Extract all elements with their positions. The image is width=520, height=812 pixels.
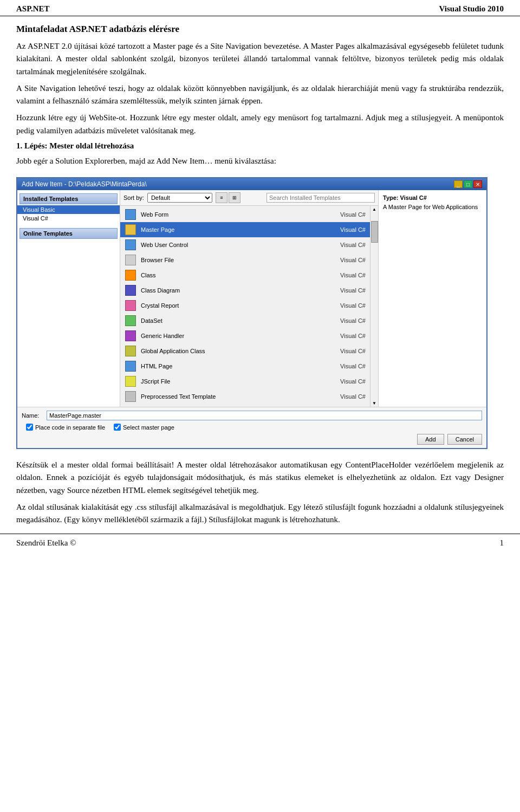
page-header: ASP.NET Visual Studio 2010 — [0, 0, 520, 16]
checkbox2-label[interactable]: Select master page — [114, 424, 174, 431]
grid-view-button[interactable]: ⊞ — [229, 192, 240, 203]
post-paragraph-1: Készítsük el a mester oldal formai beáll… — [16, 459, 504, 497]
minimize-button[interactable]: _ — [454, 180, 463, 188]
sidebar-item-visual-basic[interactable]: Visual Basic — [17, 205, 120, 214]
step-heading: 1. Lépés: Mester oldal létrehozása — [16, 141, 504, 151]
template-lang: Visual C# — [333, 226, 366, 233]
checkboxes-row: Place code in separate file Select maste… — [22, 424, 482, 431]
buttons-row: Add Cancel — [22, 434, 482, 445]
template-item[interactable]: DataSetVisual C# — [120, 313, 370, 328]
right-panel: Type: Visual C# A Master Page for Web Ap… — [378, 190, 486, 407]
template-name: DataSet — [141, 317, 329, 324]
dialog-title: Add New Item - D:\PeIdakASP\MintaPerda\ — [22, 180, 147, 188]
template-item[interactable]: Generic HandlerVisual C# — [120, 328, 370, 343]
template-name: Crystal Report — [141, 302, 329, 309]
template-item[interactable]: Preprocessed Text TemplateVisual C# — [120, 389, 370, 404]
dialog-titlebar: Add New Item - D:\PeIdakASP\MintaPerda\ … — [17, 178, 486, 190]
name-row: Name: — [22, 411, 482, 420]
template-lang: Visual C# — [333, 363, 366, 369]
template-icon-classdiag — [125, 284, 136, 296]
list-view-button[interactable]: ≡ — [216, 192, 227, 203]
maximize-button[interactable]: □ — [464, 180, 472, 188]
scroll-up-arrow[interactable]: ▲ — [371, 206, 378, 213]
template-lang: Visual C# — [333, 393, 366, 400]
template-name: Master Page — [141, 226, 329, 233]
template-name: Web Form — [141, 211, 329, 218]
scroll-thumb[interactable] — [371, 221, 378, 243]
template-icon-handler — [125, 330, 136, 342]
sort-bar: Sort by: Default Name Type ≡ ⊞ — [120, 190, 378, 206]
search-input[interactable] — [266, 193, 375, 203]
add-button[interactable]: Add — [417, 434, 444, 445]
checkbox1-input[interactable] — [26, 424, 33, 431]
templates-list: Web FormVisual C#Master PageVisual C#Web… — [120, 206, 370, 407]
template-item[interactable]: Class DiagramVisual C# — [120, 283, 370, 298]
template-lang: Visual C# — [333, 242, 366, 248]
close-button[interactable]: ✕ — [473, 180, 482, 188]
template-name: Class Diagram — [141, 287, 329, 294]
template-lang: Visual C# — [333, 257, 366, 263]
page-footer: Szendröi Etelka © 1 — [0, 534, 520, 552]
online-templates-header[interactable]: Online Templates — [20, 228, 118, 239]
template-lang: Visual C# — [333, 272, 366, 278]
template-item[interactable]: Web FormVisual C# — [120, 207, 370, 222]
footer-right: 1 — [500, 538, 504, 548]
scrollbar[interactable]: ▲ ▼ — [370, 206, 378, 407]
checkbox2-input[interactable] — [114, 424, 121, 431]
name-input[interactable] — [47, 411, 482, 420]
template-icon-dataset — [125, 315, 136, 327]
dialog-bottom: Name: Place code in separate file Select… — [17, 407, 486, 448]
installed-templates-header[interactable]: Installed Templates — [20, 193, 118, 204]
paragraph-3: Hozzunk létre egy új WebSite-ot. Hozzunk… — [16, 112, 504, 137]
template-lang: Visual C# — [333, 348, 366, 354]
template-item[interactable]: Crystal ReportVisual C# — [120, 298, 370, 313]
sort-icons: ≡ ⊞ — [216, 192, 240, 203]
template-name: Global Application Class — [141, 348, 329, 354]
header-right: Visual Studio 2010 — [439, 4, 504, 14]
footer-left: Szendröi Etelka © — [16, 538, 76, 548]
paragraph-2: A Site Navigation lehetővé teszi, hogy a… — [16, 82, 504, 108]
template-item[interactable]: ClassVisual C# — [120, 268, 370, 283]
template-item[interactable]: Master PageVisual C# — [120, 222, 370, 237]
template-name: Generic Handler — [141, 333, 329, 339]
template-lang: Visual C# — [333, 378, 366, 385]
post-paragraph-2: Az oldal stílusának kialakítását egy .cs… — [16, 501, 504, 527]
sidebar-item-visual-csharp[interactable]: Visual C# — [17, 214, 120, 223]
template-item[interactable]: JScript FileVisual C# — [120, 374, 370, 389]
template-icon-webform — [125, 209, 136, 220]
template-name: HTML Page — [141, 363, 329, 369]
template-icon-crystal — [125, 300, 136, 311]
template-item[interactable]: Browser FileVisual C# — [120, 252, 370, 268]
paragraph-1: Az ASP.NET 2.0 újításai közé tartozott a… — [16, 40, 504, 78]
template-lang: Visual C# — [333, 302, 366, 309]
template-icon-masterpage — [125, 224, 136, 236]
checkbox1-label[interactable]: Place code in separate file — [26, 424, 105, 431]
sort-label: Sort by: — [123, 194, 144, 201]
template-name: Web User Control — [141, 242, 329, 248]
scroll-down-arrow[interactable]: ▼ — [371, 400, 378, 407]
template-name: Preprocessed Text Template — [141, 393, 329, 400]
template-icon-webusercontrol — [125, 239, 136, 251]
type-label: Type: Visual C# — [383, 194, 482, 201]
cancel-button[interactable]: Cancel — [447, 434, 482, 445]
sort-select[interactable]: Default Name Type — [147, 193, 212, 203]
add-new-item-dialog: Add New Item - D:\PeIdakASP\MintaPerda\ … — [16, 177, 487, 449]
titlebar-buttons: _ □ ✕ — [454, 180, 482, 188]
name-label: Name: — [22, 412, 43, 419]
template-item[interactable]: Web User ControlVisual C# — [120, 237, 370, 252]
template-name: JScript File — [141, 378, 329, 385]
left-panel: Installed Templates Visual Basic Visual … — [17, 190, 120, 407]
template-item[interactable]: Global Application ClassVisual C# — [120, 343, 370, 359]
template-icon-class — [125, 269, 136, 281]
page-title: Mintafeladat ASP.NET adatbázis elérésre — [16, 24, 504, 35]
template-icon-jscript — [125, 375, 136, 387]
template-name: Browser File — [141, 257, 329, 263]
main-content: Mintafeladat ASP.NET adatbázis elérésre … — [0, 24, 520, 526]
template-lang: Visual C# — [333, 211, 366, 218]
templates-main-panel: Sort by: Default Name Type ≡ ⊞ — [120, 190, 378, 407]
template-lang: Visual C# — [333, 287, 366, 294]
template-item[interactable]: HTML PageVisual C# — [120, 359, 370, 374]
template-icon-browser — [125, 254, 136, 266]
template-lang: Visual C# — [333, 317, 366, 324]
template-name: Class — [141, 272, 329, 278]
